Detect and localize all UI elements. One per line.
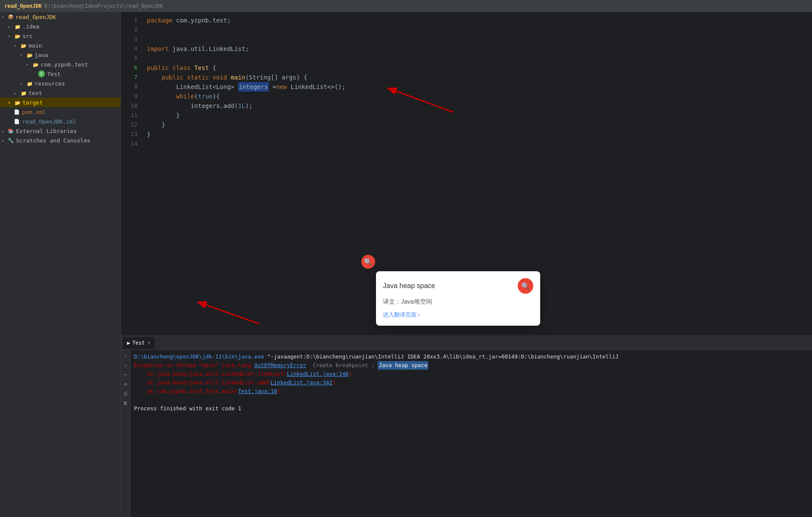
terminal-tab-close[interactable]: × (147, 340, 150, 346)
arrow-icon (2, 15, 8, 19)
code-line-12: } (143, 120, 812, 130)
code-line-6: public class Test { (143, 63, 812, 73)
sidebar-item-ext-libs[interactable]: 📚 External Libraries (0, 126, 121, 136)
sidebar-item-idea[interactable]: .idea (0, 22, 121, 31)
code-line-8: LinkedList<Long> integers = new LinkedLi… (143, 82, 812, 92)
sidebar-item-root[interactable]: 📦 read_OpenJDK (0, 12, 121, 22)
terminal-line-7: Process finished with exit code 1 (134, 404, 809, 413)
main-layout: 📦 read_OpenJDK .idea src main java com.y… (0, 12, 812, 517)
terminal-line-3: at java.base/java.util.LinkedList.linkLa… (134, 370, 809, 378)
search-badge[interactable]: 🔍 (361, 255, 375, 269)
sidebar-item-main[interactable]: main (0, 41, 121, 50)
terminal-line-5: at com.yzpnb.test.Test.main( Test.java:1… (134, 387, 809, 396)
code-line-10: integers.add( 1L ); (143, 101, 812, 111)
line-num-12: 12 (121, 120, 137, 130)
sidebar: 📦 read_OpenJDK .idea src main java com.y… (0, 12, 121, 517)
iml-icon: 📄 (14, 119, 20, 124)
sidebar-item-src[interactable]: src (0, 31, 121, 41)
line-num-6: ▶6 (121, 63, 137, 73)
folder-icon (32, 61, 40, 68)
sidebar-item-test-java[interactable]: C Test (0, 69, 121, 79)
java-heap-space-highlight: Java heap space (378, 361, 428, 370)
sidebar-label-src: src (22, 33, 32, 39)
popup-translation: 译文：Java堆空间 (383, 298, 533, 306)
arrow-icon (14, 91, 20, 95)
code-line-11: } (143, 111, 812, 120)
scratch-icon: 🔧 (8, 138, 14, 143)
toolbar-print-btn[interactable]: 🖨 (122, 390, 130, 397)
toolbar-up-btn[interactable]: ↑ (122, 352, 130, 359)
folder-icon (26, 80, 34, 87)
line-num-2: 2 (121, 25, 137, 35)
code-line-9: while ( true ){ (143, 92, 812, 101)
line-num-7: ▶7 (121, 73, 137, 82)
sidebar-label-ext-libs: External Libraries (16, 128, 77, 134)
toolbar-trash-btn[interactable]: 🗑 (122, 399, 130, 407)
sidebar-item-java[interactable]: java (0, 50, 121, 60)
terminal-line-2: Exception in thread "main" java.lang. Ou… (134, 361, 809, 370)
sidebar-label-scratches: Scratches and Consoles (16, 137, 90, 144)
folder-icon (14, 33, 22, 39)
sidebar-label-test: test (29, 90, 42, 96)
sidebar-label-test-java: Test (47, 71, 61, 77)
line-num-13: 13 (121, 130, 137, 139)
translation-popup: Java heap space 🔍 译文：Java堆空间 进入翻译页面 › (376, 271, 540, 326)
popup-header: Java heap space 🔍 (383, 278, 533, 294)
sidebar-item-target[interactable]: target (0, 98, 121, 107)
line-num-10: 10 (121, 101, 137, 111)
sidebar-item-scratches[interactable]: 🔧 Scratches and Consoles (0, 136, 121, 145)
terminal-tabs: ▶ Test × (121, 336, 812, 350)
line-num-11: 11 (121, 111, 137, 120)
code-line-4: import java.util.LinkedList; (143, 44, 812, 54)
sidebar-label-resources: resources (35, 80, 65, 87)
folder-icon (26, 52, 34, 58)
terminal-tab-icon: ▶ (127, 340, 130, 346)
code-line-5 (143, 54, 812, 63)
arrow-icon (20, 81, 26, 86)
popup-link[interactable]: 进入翻译页面 › (383, 311, 533, 319)
popup-search-button[interactable]: 🔍 (518, 278, 533, 294)
sidebar-item-com[interactable]: com.yzpnb.test (0, 60, 121, 69)
sidebar-item-pom[interactable]: 📄 pom.xml (0, 107, 121, 117)
line-numbers: 1 2 3 4 5 ▶6 ▶7 8 9 10 (121, 12, 143, 336)
sidebar-item-test[interactable]: test (0, 88, 121, 98)
terminal-content: D:\biancheng\openJDK\jdk-11\bin\java.exe… (131, 350, 812, 517)
line-num-1: 1 (121, 16, 137, 25)
pom-icon: 📄 (14, 109, 20, 115)
code-line-3 (143, 35, 812, 44)
folder-icon (20, 90, 28, 96)
toolbar-wrap-btn[interactable]: ↩ (122, 371, 130, 378)
terminal-line-6 (134, 396, 809, 404)
line-num-9: 9 (121, 92, 137, 101)
folder-icon (14, 23, 22, 30)
code-line-1: package com.yzpnb.test; (143, 16, 812, 25)
toolbar-filter-btn[interactable]: ⚙ (122, 380, 130, 388)
arrow-icon (2, 138, 8, 143)
line-num-4: 4 (121, 44, 137, 54)
ext-libs-icon: 📚 (8, 128, 14, 134)
title-bar: read_OpenJDK D:\biancheng\IdeaProjects\r… (0, 0, 812, 12)
test-java-icon: C (38, 70, 45, 77)
folder-icon (14, 99, 22, 106)
arrow-icon (8, 100, 14, 105)
arrow-icon (20, 53, 26, 57)
sidebar-item-resources[interactable]: resources (0, 79, 121, 88)
code-line-13: } (143, 130, 812, 139)
sidebar-label-main: main (29, 42, 42, 49)
terminal-tab-label: Test (132, 340, 145, 346)
sidebar-label-com: com.yzpnb.test (41, 61, 88, 68)
sidebar-label-target: target (22, 99, 43, 106)
sidebar-item-iml[interactable]: 📄 read_OpenJDK.iml (0, 117, 121, 126)
sidebar-label-iml: read_OpenJDK.iml (22, 118, 76, 125)
root-label: read_OpenJDK (16, 14, 56, 20)
arrow-icon (8, 34, 14, 38)
sidebar-label-java: java (35, 52, 48, 58)
arrow-icon (8, 24, 14, 29)
toolbar-down-btn[interactable]: ↓ (122, 361, 130, 369)
terminal-toolbar: ↑ ↓ ↩ ⚙ 🖨 🗑 (121, 350, 131, 517)
terminal-tab-test[interactable]: ▶ Test × (123, 337, 155, 349)
code-line-7: public static void main (String[] args) … (143, 73, 812, 82)
line-num-14: 14 (121, 139, 137, 149)
root-icon: 📦 (8, 14, 14, 20)
line-num-3: 3 (121, 35, 137, 44)
